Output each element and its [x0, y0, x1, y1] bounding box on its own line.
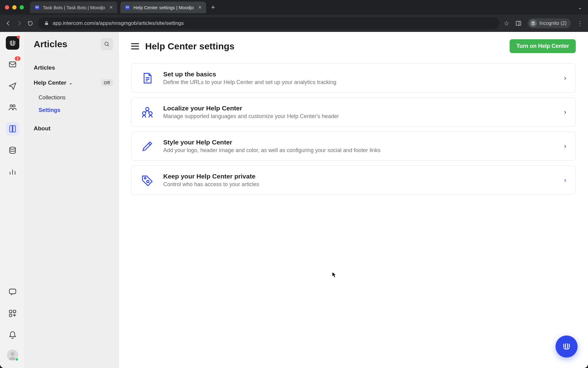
settings-card-private[interactable]: Keep your Help Center private Control wh… — [131, 166, 576, 195]
card-desc: Control who has access to your articles — [163, 181, 555, 188]
browser-menu-icon[interactable]: ⋮ — [577, 20, 583, 27]
maximize-window-button[interactable] — [20, 5, 24, 10]
notification-dot-icon — [17, 36, 20, 39]
svg-point-23 — [13, 105, 15, 107]
incognito-badge[interactable]: Incognito (2) — [528, 18, 571, 28]
new-tab-button[interactable]: + — [209, 3, 217, 11]
card-title: Style your Help Center — [163, 139, 555, 146]
settings-card-localize[interactable]: Localize your Help Center Manage support… — [131, 98, 576, 127]
svg-rect-16 — [9, 39, 17, 47]
url-text: app.intercom.com/a/apps/nnsgmgob/article… — [53, 20, 184, 26]
card-desc: Manage supported languages and customize… — [163, 113, 555, 120]
lock-icon — [44, 21, 49, 26]
chevron-right-icon: › — [564, 142, 566, 150]
mouse-cursor-icon — [332, 272, 336, 278]
people-icon — [141, 105, 154, 119]
presence-online-icon — [15, 358, 19, 361]
sidebar-sub-settings[interactable]: Settings — [39, 104, 113, 117]
sidebar-nav-about[interactable]: About — [34, 122, 113, 135]
bookmark-icon[interactable]: ☆ — [504, 20, 509, 27]
app-rail: 1 — [0, 32, 25, 368]
helpcenter-status-badge: Off — [101, 79, 113, 86]
rail-inbox[interactable]: 1 — [6, 58, 19, 71]
avatar[interactable] — [7, 350, 18, 361]
side-panel-icon[interactable] — [515, 20, 522, 26]
rail-apps[interactable] — [6, 307, 19, 320]
reload-button[interactable] — [27, 20, 34, 27]
app-logo[interactable] — [6, 36, 19, 50]
svg-rect-0 — [35, 5, 39, 10]
browser-tabbar: Task Bots | Task Bots | Moodjo ✕ Help Ce… — [0, 0, 588, 15]
sidebar-nav-articles[interactable]: Articles — [34, 61, 113, 74]
browser-tab[interactable]: Task Bots | Task Bots | Moodjo ✕ — [30, 2, 117, 13]
rail-reports[interactable] — [6, 165, 19, 178]
settings-card-style[interactable]: Style your Help Center Add your logo, he… — [131, 132, 576, 161]
tabs-dropdown-icon[interactable]: ⌄ — [578, 5, 582, 10]
inbox-badge: 1 — [15, 56, 20, 61]
sidebar-sub-collections[interactable]: Collections — [39, 91, 113, 104]
sidebar-nav-helpcenter[interactable]: Help Center ⌄ Off — [34, 77, 113, 88]
svg-point-33 — [11, 352, 14, 356]
intercom-icon — [125, 5, 130, 10]
chevron-right-icon: › — [564, 176, 566, 184]
incognito-label: Incognito (2) — [539, 21, 567, 26]
search-button[interactable] — [101, 38, 113, 50]
rail-contacts[interactable] — [6, 101, 19, 114]
svg-line-35 — [108, 45, 109, 46]
svg-rect-31 — [9, 314, 12, 316]
intercom-icon — [34, 5, 40, 10]
pencil-icon — [141, 140, 154, 153]
card-desc: Add your logo, header image and color, a… — [163, 147, 555, 154]
sidebar: Articles Articles Help Center ⌄ Off Coll… — [25, 32, 119, 368]
card-title: Set up the basics — [163, 71, 555, 78]
rail-data[interactable] — [6, 144, 19, 157]
svg-point-13 — [532, 24, 533, 25]
back-button[interactable] — [5, 20, 12, 27]
card-title: Localize your Help Center — [163, 105, 555, 112]
tab-title: Help Center settings | Moodjo — [133, 5, 194, 10]
minimize-window-button[interactable] — [12, 5, 17, 10]
svg-point-22 — [10, 105, 12, 107]
svg-point-39 — [146, 107, 149, 111]
svg-rect-29 — [9, 310, 12, 313]
card-title: Keep your Help Center private — [163, 173, 555, 180]
svg-rect-44 — [561, 341, 572, 352]
close-tab-icon[interactable]: ✕ — [198, 5, 202, 10]
browser-tab[interactable]: Help Center settings | Moodjo ✕ — [120, 2, 206, 13]
toggle-sidebar-button[interactable] — [131, 43, 139, 49]
incognito-icon — [530, 20, 537, 27]
rail-messenger[interactable] — [6, 285, 19, 299]
svg-line-42 — [149, 143, 151, 145]
svg-rect-30 — [13, 310, 16, 313]
svg-rect-21 — [9, 62, 16, 67]
svg-point-24 — [9, 147, 15, 149]
rail-notifications[interactable] — [6, 328, 19, 342]
sidebar-helpcenter-label: Help Center — [34, 79, 66, 86]
forward-button[interactable] — [16, 20, 23, 27]
svg-point-40 — [142, 112, 146, 115]
tab-title: Task Bots | Task Bots | Moodjo — [43, 5, 105, 10]
svg-point-43 — [144, 177, 146, 179]
svg-rect-11 — [516, 21, 521, 25]
document-icon — [141, 71, 154, 85]
rail-outbound[interactable] — [6, 79, 19, 93]
close-tab-icon[interactable]: ✕ — [109, 5, 113, 10]
window-controls — [5, 5, 24, 10]
address-bar[interactable]: app.intercom.com/a/apps/nnsgmgob/article… — [38, 17, 499, 29]
svg-rect-5 — [125, 5, 130, 10]
svg-rect-28 — [9, 289, 16, 294]
close-window-button[interactable] — [5, 5, 9, 10]
svg-point-14 — [533, 24, 535, 25]
rail-articles[interactable] — [6, 122, 19, 136]
svg-point-41 — [149, 112, 152, 115]
main-panel: Help Center settings Turn on Help Center… — [119, 32, 588, 368]
svg-rect-10 — [45, 23, 48, 25]
page-title: Help Center settings — [145, 41, 235, 52]
turn-on-help-center-button[interactable]: Turn on Help Center — [510, 39, 576, 53]
chevron-right-icon: › — [564, 74, 566, 82]
card-desc: Define the URLs to your Help Center and … — [163, 79, 555, 86]
chevron-down-icon: ⌄ — [69, 80, 73, 85]
chevron-right-icon: › — [564, 108, 566, 116]
intercom-launcher[interactable] — [556, 335, 578, 358]
settings-card-basics[interactable]: Set up the basics Define the URLs to you… — [131, 63, 576, 93]
